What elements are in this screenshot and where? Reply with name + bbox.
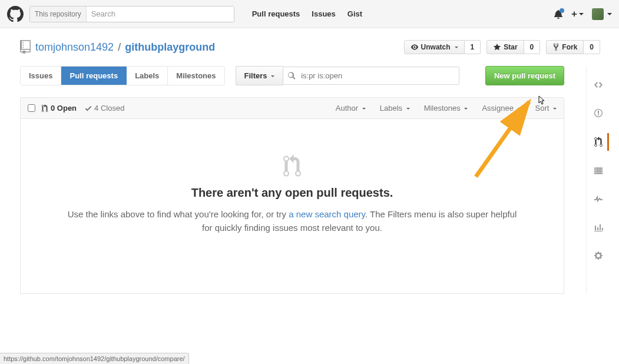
user-menu[interactable] bbox=[592, 8, 612, 20]
list-header: 0 Open 4 Closed Author Labels Milestones… bbox=[20, 97, 564, 119]
avatar-icon bbox=[592, 8, 604, 20]
repo-icon bbox=[20, 40, 31, 54]
sub-nav: Issues Pull requests Labels Milestones F… bbox=[20, 66, 564, 85]
blankslate: There aren't any open pull requests. Use… bbox=[20, 119, 564, 294]
filter-labels[interactable]: Labels bbox=[380, 104, 410, 112]
top-nav: Pull requests Issues Gist bbox=[246, 9, 368, 18]
open-filter[interactable]: 0 Open bbox=[41, 104, 77, 112]
nav-pull-requests[interactable]: Pull requests bbox=[246, 9, 306, 18]
nav-issues[interactable]: Issues bbox=[306, 9, 341, 18]
graphs-icon[interactable] bbox=[589, 219, 608, 236]
right-sidebar bbox=[586, 66, 610, 294]
create-new-button[interactable]: + bbox=[571, 8, 584, 20]
tab-nav: Issues Pull requests Labels Milestones bbox=[20, 66, 225, 85]
git-pull-request-icon bbox=[44, 154, 540, 178]
watch-button[interactable]: Unwatch 1 bbox=[404, 40, 481, 54]
tab-milestones[interactable]: Milestones bbox=[168, 67, 224, 85]
wiki-icon[interactable] bbox=[589, 163, 608, 179]
repo-name-link[interactable]: githubplayground bbox=[125, 41, 215, 53]
star-button[interactable]: Star 0 bbox=[486, 40, 540, 54]
filter-milestones[interactable]: Milestones bbox=[424, 104, 468, 112]
code-icon[interactable] bbox=[589, 77, 608, 93]
repo-owner-link[interactable]: tomjohnson1492 bbox=[35, 41, 114, 53]
closed-filter[interactable]: 4 Closed bbox=[85, 104, 124, 112]
search-icon bbox=[287, 72, 296, 80]
top-bar: This repository Pull requests Issues Gis… bbox=[0, 0, 619, 28]
settings-icon[interactable] bbox=[589, 247, 608, 264]
tab-issues[interactable]: Issues bbox=[21, 67, 61, 85]
select-all-checkbox[interactable] bbox=[28, 104, 35, 112]
filter-assignee[interactable]: Assignee bbox=[482, 104, 521, 112]
notifications-button[interactable] bbox=[554, 9, 563, 19]
issues-icon[interactable] bbox=[589, 105, 608, 121]
blankslate-title: There aren't any open pull requests. bbox=[44, 186, 540, 200]
filters-button[interactable]: Filters bbox=[236, 66, 283, 85]
pull-requests-icon[interactable] bbox=[590, 133, 609, 151]
main-content: Issues Pull requests Labels Milestones F… bbox=[20, 66, 564, 294]
repo-path: tomjohnson1492 / githubplayground bbox=[35, 41, 215, 54]
repo-actions: Unwatch 1 Star 0 Fork 0 bbox=[404, 40, 600, 54]
status-bar-url: https://github.com/tomjohnson1492/github… bbox=[0, 353, 189, 364]
tab-pull-requests[interactable]: Pull requests bbox=[61, 67, 127, 85]
blankslate-text: Use the links above to find what you're … bbox=[65, 208, 519, 234]
filter-sort[interactable]: Sort bbox=[535, 104, 557, 112]
tab-labels[interactable]: Labels bbox=[127, 67, 168, 85]
search-input[interactable] bbox=[87, 6, 234, 22]
fork-button[interactable]: Fork 0 bbox=[546, 40, 600, 54]
header-search: This repository bbox=[29, 6, 234, 22]
search-scope[interactable]: This repository bbox=[30, 6, 87, 22]
new-pull-request-button[interactable]: New pull request bbox=[485, 66, 564, 85]
github-logo-icon[interactable] bbox=[7, 6, 24, 22]
pulse-icon[interactable] bbox=[589, 191, 608, 207]
notification-dot-icon bbox=[560, 8, 564, 13]
filter-author[interactable]: Author bbox=[336, 104, 366, 112]
repo-header: tomjohnson1492 / githubplayground Unwatc… bbox=[0, 28, 619, 59]
filter-input[interactable] bbox=[283, 67, 459, 85]
new-search-link[interactable]: a new search query bbox=[289, 209, 365, 219]
nav-gist[interactable]: Gist bbox=[342, 9, 368, 18]
